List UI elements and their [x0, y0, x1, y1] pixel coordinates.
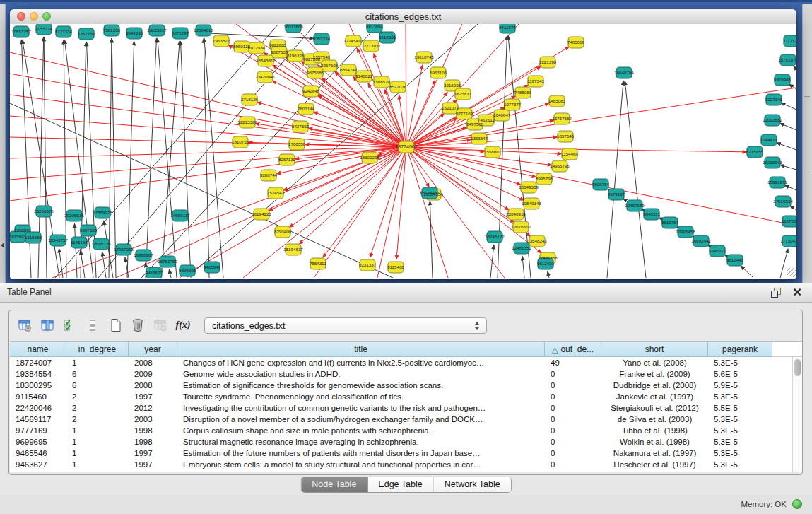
table-row[interactable]: 2242004622012Investigating the contribut… — [10, 402, 802, 414]
network-edge[interactable] — [625, 81, 646, 278]
scrollbar-thumb[interactable] — [794, 359, 801, 376]
network-edge[interactable] — [780, 165, 796, 170]
network-edge[interactable] — [430, 201, 433, 278]
network-node-label: 9115460 — [387, 264, 404, 269]
table-row[interactable]: 1872400712008Changes of HCN gene express… — [10, 357, 802, 368]
table-row[interactable]: 977716911998Corpus callosum shape and si… — [10, 425, 802, 436]
table-cell: Embryonic stem cells: a model to study s… — [177, 459, 545, 470]
network-node-label: 1244413 — [760, 137, 778, 142]
tab-edge-table[interactable]: Edge Table — [367, 477, 433, 492]
table-cell: 1 — [66, 425, 129, 436]
column-header-pagerank[interactable]: pagerank — [708, 342, 772, 357]
select-columns-icon[interactable] — [60, 315, 80, 335]
network-edge[interactable] — [548, 271, 549, 278]
network-edge[interactable] — [522, 256, 524, 278]
network-edge[interactable] — [10, 103, 393, 278]
network-edge[interactable] — [102, 252, 106, 278]
network-edge[interactable] — [112, 38, 116, 278]
table-row[interactable]: 1938455462009Genome-wide association stu… — [10, 368, 802, 380]
panel-collapse-arrow-icon[interactable] — [1, 243, 4, 248]
new-table-icon[interactable] — [105, 315, 125, 335]
network-node-label: 1557546 — [313, 54, 331, 59]
table-row[interactable]: 969969511998Structural magnetic resonanc… — [10, 436, 802, 448]
network-edge[interactable] — [406, 147, 522, 185]
table-row[interactable]: 1456911722003Disruption of a novel membe… — [10, 414, 802, 425]
memory-status-led[interactable] — [792, 499, 802, 509]
network-node-label: 1353644 — [471, 136, 488, 141]
network-table-selector[interactable]: citations_edges.txt — [204, 317, 487, 334]
network-node-label: 1057546 — [557, 134, 575, 139]
network-canvas[interactable]: 1872400779638228960128891293498226059827… — [10, 24, 796, 278]
table-cell: Corpus callosum shape and size in male p… — [177, 425, 545, 436]
network-edge[interactable] — [406, 147, 448, 278]
function-builder-icon[interactable]: f(x) — [173, 315, 193, 335]
network-edge[interactable] — [779, 123, 796, 130]
network-node-label: 9046330 — [126, 30, 143, 35]
network-edge[interactable] — [607, 81, 623, 278]
network-node-label: 12213386 — [237, 119, 257, 124]
column-header-name[interactable]: name — [10, 342, 66, 357]
network-edge[interactable] — [161, 41, 180, 278]
show-columns-icon[interactable] — [37, 315, 57, 335]
table-settings-icon[interactable] — [15, 315, 35, 335]
network-node-label: 1197343 — [527, 78, 544, 83]
network-node-label: 1145194 — [71, 240, 88, 245]
window-titlebar[interactable]: citations_edges.txt — [10, 9, 796, 25]
float-window-icon[interactable] — [771, 288, 781, 297]
network-node-label: 8854749 — [340, 67, 358, 72]
table-row[interactable]: 946554611997Estimation of the future num… — [10, 448, 802, 459]
network-edge[interactable] — [784, 185, 796, 190]
network-edge[interactable] — [490, 245, 494, 278]
row-height-icon[interactable] — [83, 315, 102, 335]
network-edge[interactable] — [169, 269, 171, 278]
network-node-label: 7485083 — [514, 90, 532, 95]
network-edge[interactable] — [789, 206, 796, 210]
network-edge[interactable] — [180, 41, 191, 278]
close-panel-icon[interactable]: ✕ — [793, 286, 802, 299]
tab-node-table[interactable]: Node Table — [301, 477, 367, 492]
network-edge[interactable] — [125, 257, 129, 278]
network-edge[interactable] — [793, 66, 796, 69]
column-header-title[interactable]: title — [177, 342, 545, 357]
table-cell: 9115460 — [10, 391, 66, 402]
network-node-label: 8912934 — [248, 45, 266, 50]
network-edge[interactable] — [204, 38, 209, 278]
network-node-label: 9218506 — [379, 35, 396, 40]
table-type-tabs: Node TableEdge TableNetwork Table — [300, 477, 511, 493]
network-edge[interactable] — [59, 248, 63, 278]
table-cell: 2 — [66, 391, 129, 402]
network-edge[interactable] — [314, 147, 406, 278]
network-node-label: 16992442 — [691, 238, 711, 243]
network-edge[interactable] — [781, 103, 796, 110]
network-edge[interactable] — [257, 102, 406, 147]
network-node-label: 8427552 — [292, 124, 310, 129]
column-header-short[interactable]: short — [601, 342, 708, 357]
network-edge[interactable] — [204, 38, 223, 278]
tab-network-table[interactable]: Network Table — [434, 477, 511, 492]
network-edge[interactable] — [776, 143, 796, 150]
table-vertical-scrollbar[interactable] — [792, 357, 802, 472]
table-cell: Estimation of significance thresholds fo… — [177, 380, 545, 391]
import-table-icon[interactable] — [151, 315, 170, 335]
network-edge[interactable] — [396, 147, 406, 259]
network-node-label: 9242848 — [302, 88, 320, 93]
column-header-year[interactable]: year — [129, 342, 177, 357]
table-row[interactable]: 911546021997Tourette syndrome. Phenomeno… — [10, 391, 802, 402]
delete-table-icon[interactable] — [128, 315, 148, 335]
network-edge[interactable] — [180, 147, 406, 278]
table-cell: 2012 — [129, 402, 177, 414]
table-row[interactable]: 1830029562008Estimation of significance … — [10, 380, 802, 391]
column-header-in_degree[interactable]: in_degree — [66, 342, 129, 357]
table-body: 1872400712008Changes of HCN gene express… — [10, 357, 802, 470]
table-cell: Changes of HCN gene expression and I(f) … — [177, 357, 545, 368]
table-cell: 1 — [66, 459, 129, 470]
window-resize-grip[interactable] — [787, 268, 796, 277]
network-node-label: 13548243 — [527, 238, 547, 243]
network-edge[interactable] — [741, 266, 753, 278]
table-cell: Estimation of the future numbers of pati… — [177, 448, 545, 459]
table-row[interactable]: 946362711997Embryonic stem cells: a mode… — [10, 459, 802, 470]
network-edge[interactable] — [146, 38, 156, 278]
network-node-label: 10549343 — [522, 201, 541, 206]
column-header-out_de[interactable]: △out_de... — [545, 342, 601, 357]
network-edge[interactable] — [406, 96, 516, 147]
